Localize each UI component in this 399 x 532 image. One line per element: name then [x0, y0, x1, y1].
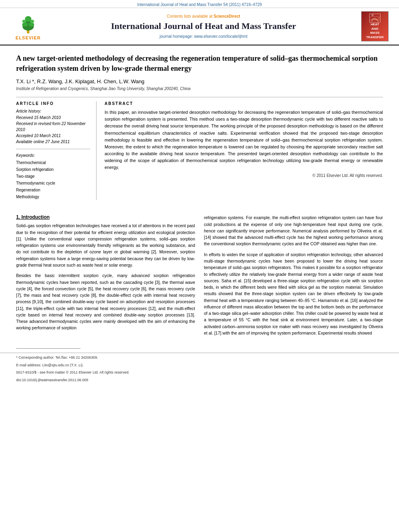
section1-right-para-2: In efforts to widen the scope of applica…: [204, 251, 383, 336]
svg-point-11: [372, 14, 374, 16]
keyword-5: Regeneration: [16, 187, 90, 193]
journal-header: ELSEVIER Contents lists available at Sci…: [0, 8, 399, 45]
keywords-section: Keywords: Thermochemical Sorption refrig…: [16, 153, 90, 200]
elsevier-brand-label: ELSEVIER: [16, 35, 41, 40]
journal-icon-box-container: HEATANDMASSTRANSFER: [359, 11, 391, 41]
journal-icon-label: HEATANDMASSTRANSFER: [366, 23, 384, 39]
footnote-star: * Corresponding author. Tel./fax: +86 21…: [16, 353, 383, 361]
article-body-area: 1. Introduction Solid–gas sorption refri…: [0, 208, 399, 348]
history-item-2: Received in revised form 22 November 201…: [16, 121, 90, 133]
article-info-abstract-section: ARTICLE INFO Article history: Received 1…: [16, 101, 383, 200]
keyword-2: Sorption refrigeration: [16, 166, 90, 173]
svg-rect-8: [370, 14, 380, 22]
section1-left-para-1: Solid–gas sorption refrigeration technol…: [16, 222, 195, 268]
journal-citation-text: International Journal of Heat and Mass T…: [137, 2, 262, 7]
section1-title: 1. Introduction: [16, 214, 195, 220]
svg-point-5: [29, 23, 34, 27]
article-title: A new target-oriented methodology of dec…: [16, 53, 383, 74]
history-item-3: Accepted 10 March 2011: [16, 133, 90, 139]
elsevier-logo: ELSEVIER: [16, 12, 41, 40]
article-info-column: ARTICLE INFO Article history: Received 1…: [16, 101, 97, 200]
abstract-column: ABSTRACT In this paper, an innovative ta…: [105, 101, 383, 200]
svg-point-6: [22, 20, 26, 23]
keyword-4: Thermodynamic cycle: [16, 180, 90, 187]
sciencedirect-label: Contents lists available at: [167, 14, 214, 18]
keyword-1: Thermochemical: [16, 159, 90, 166]
body-left-column: 1. Introduction Solid–gas sorption refri…: [16, 214, 195, 340]
footer-doi-line: 0017-9310/$ - see front matter © 2011 El…: [16, 368, 383, 376]
article-content-area: A new target-oriented methodology of dec…: [0, 45, 399, 208]
header-divider: [16, 97, 383, 97]
body-two-col: 1. Introduction Solid–gas sorption refri…: [16, 214, 383, 340]
article-affiliation: Institute of Refrigeration and Cryogenic…: [16, 86, 383, 91]
journal-cover-graphic: [365, 13, 385, 23]
article-authors: T.X. Li *, R.Z. Wang, J.K. Kiplagat, H. …: [16, 78, 383, 84]
footnote-divider: [16, 348, 80, 349]
keyword-3: Two-stage: [16, 173, 90, 180]
footer-doi: doi:10.1016/j.ijheatmasstransfer.2011.06…: [16, 376, 383, 383]
journal-citation-bar: International Journal of Heat and Mass T…: [0, 0, 399, 8]
journal-center-info: Contents lists available at ScienceDirec…: [48, 14, 359, 38]
section1-left-para-2: Besides the basic intermittent sorption …: [16, 272, 195, 331]
authors-text: T.X. Li *, R.Z. Wang, J.K. Kiplagat, H. …: [16, 78, 144, 84]
body-right-column: refrigeration systems. For example, the …: [204, 214, 383, 340]
history-item-1: Received 15 March 2010: [16, 115, 90, 121]
elsevier-logo-container: ELSEVIER: [8, 12, 48, 40]
abstract-heading: ABSTRACT: [105, 101, 383, 106]
history-label: Article history:: [16, 109, 90, 113]
footnote-email: E-mail address: Litx@sjtu.edu.cn (T.X. L…: [16, 361, 383, 368]
article-info-heading: ARTICLE INFO: [16, 101, 90, 106]
svg-point-7: [30, 20, 34, 23]
keywords-label: Keywords:: [16, 153, 90, 158]
elsevier-tree-icon: [16, 12, 40, 35]
article-history-section: Article history: Received 15 March 2010 …: [16, 109, 90, 145]
copyright-text: © 2011 Elsevier Ltd. All rights reserved…: [105, 173, 383, 178]
keyword-6: Methodology: [16, 193, 90, 200]
footnote-area: * Corresponding author. Tel./fax: +86 21…: [0, 353, 399, 383]
svg-point-4: [22, 23, 28, 27]
journal-cover-icon: HEATANDMASSTRANSFER: [361, 11, 389, 41]
section1-right-para-1: refrigeration systems. For example, the …: [204, 214, 383, 247]
journal-homepage: journal homepage: www.elsevier.com/locat…: [52, 34, 355, 39]
abstract-text: In this paper, an innovative target-orie…: [105, 109, 383, 170]
sciencedirect-link[interactable]: ScienceDirect: [214, 14, 240, 18]
sciencedirect-line: Contents lists available at ScienceDirec…: [52, 14, 355, 18]
keywords-divider: [16, 149, 90, 149]
journal-title: International Journal of Heat and Mass T…: [52, 21, 355, 31]
history-item-4: Available online 27 June 2011: [16, 139, 90, 145]
